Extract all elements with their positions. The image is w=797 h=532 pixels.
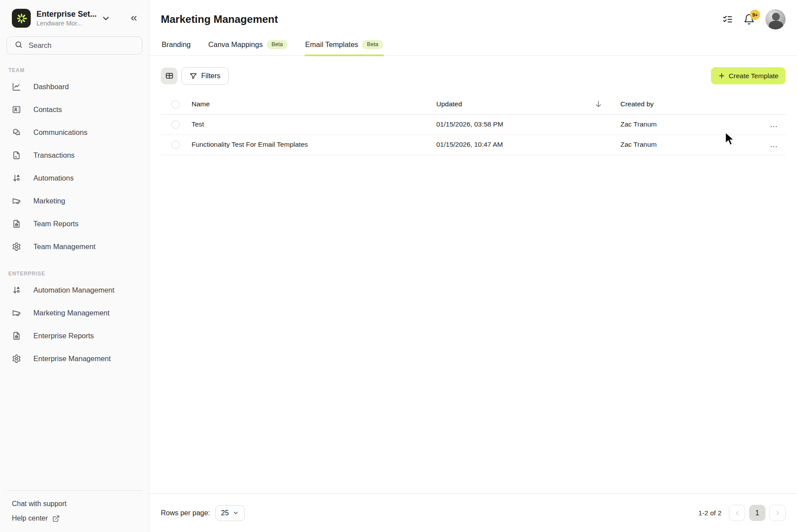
row-actions-cell: … [759, 118, 786, 131]
sidebar-nav-team: Dashboard Contacts Communications Transa… [0, 75, 149, 258]
column-header-created-by[interactable]: Created by [620, 100, 759, 108]
template-created-by-cell: Zac Tranum [620, 120, 759, 128]
search-icon [14, 40, 23, 51]
pagination-controls: 1-2 of 2 1 [698, 505, 786, 521]
table-view-toggle-button[interactable] [161, 68, 178, 84]
filters-label: Filters [201, 72, 221, 80]
sidebar-item-communications[interactable]: Communications [0, 121, 149, 144]
header-checkbox-cell [161, 100, 192, 109]
row-checkbox[interactable] [171, 120, 180, 129]
sidebar-item-automation-management[interactable]: Automation Management [0, 279, 149, 301]
chevron-down-icon[interactable] [101, 14, 111, 23]
sidebar: Enterprise Set... Lendware Mor... TEAM [0, 0, 149, 532]
chat-with-support-link[interactable]: Chat with support [0, 493, 149, 508]
plus-icon [718, 72, 725, 80]
avatar[interactable] [765, 9, 786, 29]
sidebar-item-team-management[interactable]: Team Management [0, 235, 149, 258]
sidebar-section-enterprise: ENTERPRISE [8, 271, 149, 277]
search-input-container[interactable] [7, 36, 142, 54]
page-title: Marketing Management [161, 13, 278, 25]
sidebar-item-automations[interactable]: Automations [0, 166, 149, 189]
column-header-updated-label: Updated [436, 100, 462, 108]
table-row[interactable]: Test 01/15/2026, 03:58 PM Zac Tranum … [161, 115, 786, 135]
beta-badge: Beta [267, 40, 288, 49]
templates-table: Name Updated Created by Test 01/15/2026,… [161, 94, 786, 155]
chevron-down-icon [232, 510, 239, 516]
pagination-range: 1-2 of 2 [698, 509, 721, 517]
sidebar-item-dashboard[interactable]: Dashboard [0, 75, 149, 98]
header-actions: 9+ [722, 9, 786, 29]
chat-with-support-label: Chat with support [12, 500, 67, 508]
sidebar-section-team: TEAM [8, 67, 149, 73]
column-header-name[interactable]: Name [192, 100, 436, 108]
tab-label: Branding [162, 40, 191, 49]
sidebar-item-enterprise-reports[interactable]: Enterprise Reports [0, 324, 149, 347]
toolbar: Filters Create Template [161, 67, 786, 85]
next-page-button[interactable] [769, 505, 786, 521]
select-all-checkbox[interactable] [171, 100, 180, 109]
notifications-button[interactable]: 9+ [743, 14, 755, 25]
sidebar-item-label: Enterprise Management [33, 355, 111, 363]
tab-canva-mappings[interactable]: Canva Mappings Beta [207, 37, 289, 55]
funnel-icon [189, 72, 197, 80]
page-number-button[interactable]: 1 [749, 505, 765, 521]
workspace-name: Enterprise Set... [36, 10, 97, 19]
sort-descending-icon[interactable] [594, 100, 603, 109]
starburst-icon [16, 13, 27, 24]
sidebar-nav-enterprise: Automation Management Marketing Manageme… [0, 279, 149, 370]
help-center-label: Help center [12, 514, 48, 522]
tab-branding[interactable]: Branding [161, 37, 192, 55]
rows-per-page-select[interactable]: 25 [215, 505, 245, 521]
row-actions-cell: … [759, 138, 786, 151]
row-checkbox[interactable] [171, 141, 180, 149]
sidebar-item-label: Dashboard [33, 83, 69, 91]
megaphone-icon [12, 196, 21, 206]
row-actions-menu-button[interactable]: … [768, 118, 780, 131]
template-name-cell[interactable]: Test [192, 120, 436, 128]
sidebar-item-transactions[interactable]: Transactions [0, 144, 149, 166]
column-header-updated[interactable]: Updated [436, 100, 620, 108]
report-file-icon [12, 331, 21, 340]
template-created-by-cell: Zac Tranum [620, 141, 759, 148]
sidebar-footer: Chat with support Help center [0, 490, 149, 532]
tab-email-templates[interactable]: Email Templates Beta [304, 37, 384, 55]
row-actions-menu-button[interactable]: … [768, 138, 780, 151]
automation-arrow-icon [12, 286, 21, 295]
sidebar-item-label: Transactions [33, 151, 75, 159]
document-icon [12, 151, 21, 160]
gear-icon [12, 354, 21, 363]
template-name-cell[interactable]: Functionality Test For Email Templates [192, 141, 436, 148]
row-checkbox-cell [161, 120, 192, 129]
sidebar-item-marketing[interactable]: Marketing [0, 189, 149, 212]
sidebar-item-marketing-management[interactable]: Marketing Management [0, 301, 149, 324]
tab-label: Canva Mappings [208, 40, 263, 49]
sidebar-item-enterprise-management[interactable]: Enterprise Management [0, 347, 149, 370]
table-row[interactable]: Functionality Test For Email Templates 0… [161, 135, 786, 155]
page-header: Marketing Management 9+ [161, 0, 786, 29]
workspace-switcher[interactable]: Enterprise Set... Lendware Mor... [0, 0, 149, 28]
table-icon [165, 72, 174, 80]
filters-button[interactable]: Filters [181, 67, 228, 85]
sidebar-item-label: Marketing [33, 197, 65, 205]
report-file-icon [12, 219, 21, 228]
create-template-button[interactable]: Create Template [711, 67, 786, 84]
rows-per-page-value: 25 [221, 509, 229, 517]
sidebar-item-label: Marketing Management [33, 309, 109, 317]
template-updated-cell: 01/15/2026, 10:47 AM [436, 141, 620, 148]
sidebar-item-contacts[interactable]: Contacts [0, 98, 149, 121]
content-spacer [161, 155, 786, 494]
task-list-icon[interactable] [722, 14, 733, 25]
beta-badge: Beta [362, 40, 383, 49]
sidebar-item-team-reports[interactable]: Team Reports [0, 212, 149, 235]
workspace-org: Lendware Mor... [36, 20, 97, 27]
search-input[interactable] [29, 41, 136, 50]
collapse-sidebar-icon[interactable] [129, 14, 138, 23]
workspace-info: Enterprise Set... Lendware Mor... [36, 10, 97, 27]
chart-line-icon [12, 82, 21, 91]
previous-page-button[interactable] [729, 505, 745, 521]
sidebar-item-label: Communications [33, 128, 87, 137]
megaphone-icon [12, 308, 21, 318]
contact-card-icon [12, 105, 21, 114]
main-content: Marketing Management 9+ Branding Canv [149, 0, 797, 532]
help-center-link[interactable]: Help center [0, 508, 149, 522]
